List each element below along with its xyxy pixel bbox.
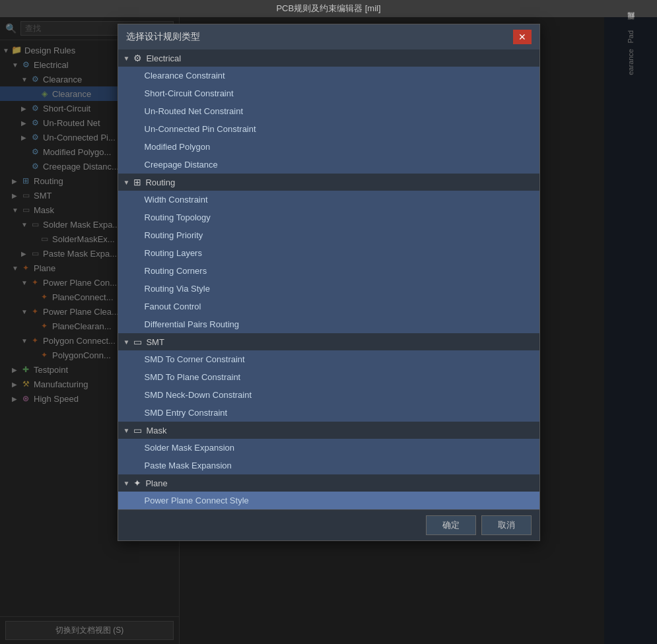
modal-item-label: Routing Via Style — [145, 284, 211, 294]
cat-icon: ⊞ — [133, 177, 141, 187]
modal-title: 选择设计规则类型 — [126, 31, 200, 43]
cat-label: Routing — [145, 177, 175, 187]
cancel-button[interactable]: 取消 — [481, 515, 532, 535]
cat-header-smt[interactable]: ▼ ▭ SMT — [118, 333, 539, 350]
cat-arrow: ▼ — [123, 55, 130, 62]
cat-items-mask: Solder Mask ExpansionPaste Mask Expansio… — [118, 439, 539, 474]
modal-item-creepage-distance[interactable]: Creepage Distance — [118, 156, 539, 174]
modal-item-label: Creepage Distance — [145, 160, 218, 170]
modal-item-label: Solder Mask Expansion — [145, 443, 235, 453]
cat-arrow: ▼ — [123, 179, 130, 186]
modal-item-label: Differential Pairs Routing — [145, 319, 240, 329]
modal-item-un-connected-pin-constraint[interactable]: Un-Connected Pin Constraint — [118, 120, 539, 138]
cat-arrow: ▼ — [123, 338, 130, 346]
cat-label: Mask — [146, 426, 166, 435]
modal-item-short-circuit-constraint[interactable]: Short-Circuit Constraint — [118, 84, 539, 102]
modal-item-routing-corners[interactable]: Routing Corners — [118, 262, 539, 280]
modal-item-width-constraint[interactable]: Width Constraint — [118, 191, 539, 209]
modal-item-paste-mask-expansion[interactable]: Paste Mask Expansion — [118, 457, 539, 474]
modal-item-label: Routing Layers — [145, 248, 202, 258]
cat-icon: ▭ — [133, 337, 142, 347]
cat-header-mask[interactable]: ▼ ▭ Mask — [118, 422, 539, 439]
modal-item-un-routed-net-constraint[interactable]: Un-Routed Net Constraint — [118, 102, 539, 120]
modal-item-routing-topology[interactable]: Routing Topology — [118, 209, 539, 226]
modal-item-routing-priority[interactable]: Routing Priority — [118, 226, 539, 244]
modal-footer: 确定 取消 — [118, 509, 539, 540]
cat-label: Plane — [145, 478, 167, 488]
modal-item-label: Width Constraint — [145, 195, 208, 205]
cat-arrow: ▼ — [123, 427, 130, 434]
modal-item-modified-polygon[interactable]: Modified Polygon — [118, 138, 539, 156]
title-text: PCB规则及约束编辑器 [mil] — [276, 3, 380, 13]
cat-arrow: ▼ — [123, 480, 130, 487]
modal-item-fanout-control[interactable]: Fanout Control — [118, 298, 539, 315]
cat-header-plane[interactable]: ▼ ✦ Plane — [118, 474, 539, 492]
modal-item-label: Clearance Constraint — [145, 71, 225, 80]
cat-items-electrical: Clearance ConstraintShort-Circuit Constr… — [118, 67, 539, 174]
cat-header-electrical[interactable]: ▼ ⚙ Electrical — [118, 49, 539, 67]
modal-item-smd-to-plane[interactable]: SMD To Plane Constraint — [118, 368, 539, 386]
modal-item-label: SMD Entry Constraint — [145, 408, 228, 418]
modal-item-label: Paste Mask Expansion — [145, 461, 232, 470]
modal-item-label: Fanout Control — [145, 302, 201, 311]
modal-close-button[interactable]: ✕ — [513, 30, 532, 44]
modal-item-power-plane-connect-style[interactable]: Power Plane Connect Style — [118, 492, 539, 509]
cat-icon: ✦ — [133, 478, 141, 488]
modal-body: ▼ ⚙ Electrical Clearance ConstraintShort… — [118, 49, 539, 509]
modal-item-solder-mask-expansion[interactable]: Solder Mask Expansion — [118, 439, 539, 457]
cat-icon: ⚙ — [133, 53, 142, 63]
modal-overlay: 选择设计规则类型 ✕ ▼ ⚙ Electrical Clearance Cons… — [0, 17, 657, 644]
modal-item-label: Routing Corners — [145, 266, 207, 276]
modal-item-smd-to-corner[interactable]: SMD To Corner Constraint — [118, 350, 539, 368]
modal-item-label: SMD Neck-Down Constraint — [145, 390, 252, 400]
modal-item-smd-entry[interactable]: SMD Entry Constraint — [118, 404, 539, 422]
modal-item-label: SMD To Corner Constraint — [145, 354, 245, 364]
modal-item-routing-layers[interactable]: Routing Layers — [118, 244, 539, 262]
cat-label: SMT — [146, 337, 164, 347]
modal-item-routing-via-style[interactable]: Routing Via Style — [118, 280, 539, 298]
cat-icon: ▭ — [133, 425, 142, 435]
cat-label: Electrical — [146, 53, 181, 63]
modal-item-label: Un-Routed Net Constraint — [145, 106, 244, 116]
cat-items-plane: Power Plane Connect Style — [118, 492, 539, 509]
title-bar: PCB规则及约束编辑器 [mil] — [0, 0, 657, 17]
cat-items-routing: Width ConstraintRouting TopologyRouting … — [118, 191, 539, 333]
ok-button[interactable]: 确定 — [426, 515, 476, 535]
modal-item-label: Un-Connected Pin Constraint — [145, 124, 256, 134]
modal-item-label: Routing Priority — [145, 230, 203, 240]
modal-item-smd-neck-down[interactable]: SMD Neck-Down Constraint — [118, 386, 539, 404]
modal-item-label: Power Plane Connect Style — [145, 496, 249, 505]
cat-header-routing[interactable]: ▼ ⊞ Routing — [118, 174, 539, 191]
modal-item-label: Routing Topology — [145, 212, 211, 222]
modal-dialog: 选择设计规则类型 ✕ ▼ ⚙ Electrical Clearance Cons… — [118, 24, 540, 541]
cat-items-smt: SMD To Corner ConstraintSMD To Plane Con… — [118, 350, 539, 422]
modal-item-label: SMD To Plane Constraint — [145, 372, 241, 382]
modal-item-differential-pairs-routing[interactable]: Differential Pairs Routing — [118, 315, 539, 333]
modal-item-label: Short-Circuit Constraint — [145, 88, 234, 98]
modal-header: 选择设计规则类型 ✕ — [118, 24, 539, 49]
modal-item-label: Modified Polygon — [145, 142, 211, 152]
modal-item-clearance-constraint[interactable]: Clearance Constraint — [118, 67, 539, 84]
